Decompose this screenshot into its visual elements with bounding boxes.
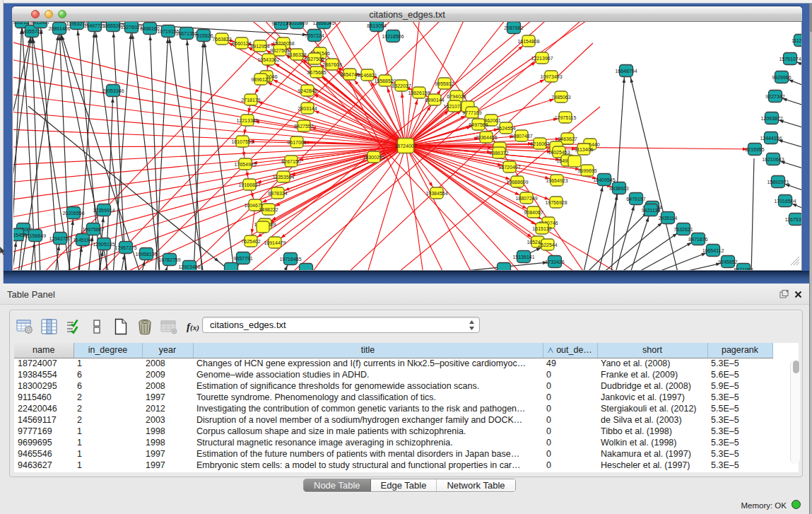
desktop-right-scrollbar[interactable]	[809, 4, 812, 514]
column-header-year[interactable]: year	[142, 343, 193, 358]
graph-edge[interactable]	[597, 218, 668, 270]
table-cell[interactable]: 1	[73, 437, 142, 448]
table-cell[interactable]: 5.6E–5	[707, 369, 772, 380]
table-row[interactable]: 1830029562008Estimation of significance …	[14, 380, 772, 392]
table-cell[interactable]: 9465546	[14, 448, 73, 460]
table-cell[interactable]: 1997	[142, 448, 193, 460]
function-builder-icon[interactable]: f(x)	[182, 316, 204, 337]
graph-edge[interactable]	[168, 31, 204, 270]
close-panel-icon[interactable]	[794, 288, 802, 301]
table-cell[interactable]: Yano et al. (2008)	[597, 358, 707, 369]
table-cell[interactable]: Jankovic et al. (1997)	[597, 392, 707, 403]
graph-edge[interactable]	[751, 158, 754, 270]
network-selector[interactable]: citations_edges.txt	[202, 317, 480, 333]
column-header-pagerank[interactable]: pagerank	[707, 343, 772, 358]
select-columns-icon[interactable]	[62, 316, 83, 337]
table-cell[interactable]: 2	[73, 392, 142, 403]
table-cell[interactable]: Genome–wide association studies in ADHD.	[193, 369, 543, 380]
table-cell[interactable]: 5.3E–5	[707, 460, 772, 471]
table-cell[interactable]: 18300295	[14, 380, 73, 392]
table-cell[interactable]: Hescheler et al. (1997)	[597, 460, 707, 471]
table-cell[interactable]: 2008	[142, 358, 193, 369]
graph-edge[interactable]	[13, 76, 406, 146]
graph-edge[interactable]	[194, 35, 204, 270]
table-cell[interactable]: 9777169	[14, 426, 73, 437]
table-cell[interactable]: 1	[73, 448, 142, 460]
table-cell[interactable]: 9463627	[14, 460, 73, 471]
table-cell[interactable]: 2003	[142, 414, 193, 426]
table-cell[interactable]: 0	[543, 460, 597, 471]
table-cell[interactable]: Franke et al. (2009)	[597, 369, 707, 380]
table-cell[interactable]: 0	[543, 437, 597, 448]
table-cell[interactable]: Tibbo et al. (1998)	[597, 426, 707, 437]
table-cell[interactable]: 2	[73, 414, 142, 426]
table-vertical-scrollbar[interactable]	[790, 360, 800, 464]
table-cell[interactable]: Disruption of a novel member of a sodium…	[193, 414, 543, 426]
table-cell[interactable]: 19384554	[14, 369, 73, 380]
memory-status-indicator[interactable]	[792, 500, 801, 509]
table-cell[interactable]: Investigating the contribution of common…	[193, 403, 543, 414]
table-cell[interactable]: 2008	[142, 380, 193, 392]
table-row[interactable]: 946362711997Embryonic stem cells: a mode…	[14, 460, 772, 471]
table-cell[interactable]: Estimation of significance thresholds fo…	[193, 380, 543, 392]
scrollbar-thumb[interactable]	[793, 361, 799, 373]
table-cell[interactable]: 5.5E–5	[707, 403, 772, 414]
table-cell[interactable]: 22420046	[14, 403, 73, 414]
table-row[interactable]: 969969511998Structural magnetic resonanc…	[14, 437, 772, 448]
table-cell[interactable]: 1	[73, 460, 142, 471]
table-cell[interactable]: de Silva et al. (2003)	[597, 414, 707, 426]
table-cell[interactable]: 5.3E–5	[707, 358, 772, 369]
table-cell[interactable]: 0	[543, 392, 597, 403]
graph-edge[interactable]	[406, 22, 508, 146]
table-cell[interactable]: 6	[73, 369, 142, 380]
table-cell[interactable]: Structural magnetic resonance image aver…	[193, 437, 543, 448]
table-cell[interactable]: Wolkin et al. (1998)	[597, 437, 707, 448]
graph-edge[interactable]	[187, 33, 202, 270]
table-cell[interactable]: 2012	[142, 403, 193, 414]
graph-node[interactable]	[225, 263, 238, 271]
graph-node[interactable]	[498, 263, 511, 271]
table-cell[interactable]: 1	[73, 426, 142, 437]
table-cell[interactable]: Dudbridge et al. (2008)	[597, 380, 707, 392]
table-cell[interactable]: 1998	[142, 426, 193, 437]
column-header-in_degree[interactable]: in_degree	[73, 343, 142, 358]
table-cell[interactable]: 2009	[142, 369, 193, 380]
table-options-icon[interactable]	[14, 316, 35, 337]
column-header-title[interactable]: title	[193, 343, 543, 358]
table-cell[interactable]: 49	[543, 358, 597, 369]
graph-edge[interactable]	[613, 229, 683, 270]
table-cell[interactable]: 1997	[142, 392, 193, 403]
window-resize-grip[interactable]	[790, 256, 800, 269]
node-table[interactable]: namein_degreeyeartitleout_de…shortpagera…	[14, 343, 773, 471]
network-canvas[interactable]: 2002157140557249415927208914061195327616…	[13, 22, 801, 270]
table-cell[interactable]: 5.3E–5	[707, 392, 772, 403]
table-row[interactable]: 1872400712008Changes of HCN gene express…	[14, 358, 772, 369]
table-cell[interactable]: 5.3E–5	[707, 414, 772, 426]
table-cell[interactable]: 5.3E–5	[707, 448, 772, 460]
graph-edge[interactable]	[113, 27, 131, 270]
column-header-out_de[interactable]: out_de…	[543, 343, 597, 358]
table-cell[interactable]: 0	[543, 403, 597, 414]
table-cell[interactable]: Embryonic stem cells: a model to study s…	[193, 460, 543, 471]
graph-edge[interactable]	[131, 27, 160, 270]
column-header-name[interactable]: name	[14, 343, 73, 358]
table-row[interactable]: 1938455462009Genome–wide association stu…	[14, 369, 772, 380]
graph-edge[interactable]	[13, 146, 406, 147]
table-cell[interactable]: 18724007	[14, 358, 73, 369]
table-cell[interactable]: Nakamura et al. (1997)	[597, 448, 707, 460]
table-cell[interactable]: 0	[543, 448, 597, 460]
graph-edge[interactable]	[395, 107, 600, 270]
float-window-icon[interactable]	[779, 288, 789, 301]
graph-edge[interactable]	[406, 146, 423, 270]
table-row[interactable]: 977716911998Corpus callosum shape and si…	[14, 426, 772, 437]
table-cell[interactable]: 0	[543, 369, 597, 380]
table-cell[interactable]: Tourette syndrome. Phenomenology and cla…	[193, 392, 543, 403]
table-cell[interactable]: 0	[543, 380, 597, 392]
table-row[interactable]: 2242004622012Investigating the contribut…	[14, 403, 772, 414]
table-cell[interactable]: 2	[73, 403, 142, 414]
row-height-icon[interactable]	[86, 316, 107, 337]
graph-edge[interactable]	[611, 71, 625, 270]
table-row[interactable]: 946554611997Estimation of the future num…	[14, 448, 772, 460]
table-cell[interactable]: 6	[73, 380, 142, 392]
new-file-icon[interactable]	[110, 316, 131, 337]
